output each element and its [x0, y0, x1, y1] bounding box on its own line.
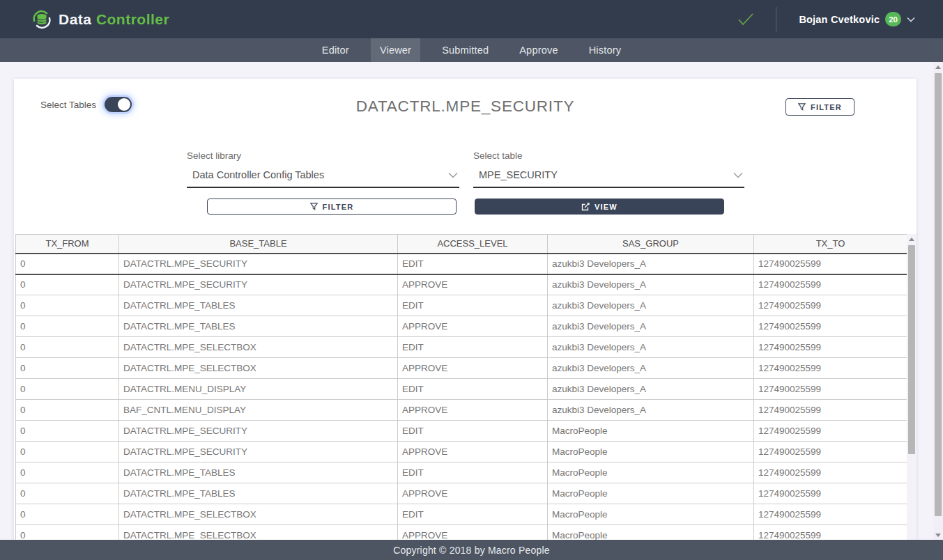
grid-cell[interactable]: MacroPeople: [548, 462, 754, 483]
scroll-up-icon[interactable]: [907, 234, 917, 244]
grid-cell[interactable]: EDIT: [398, 421, 548, 442]
grid-cell[interactable]: APPROVE: [398, 483, 548, 504]
grid-cell[interactable]: DATACTRL.MPE_SELECTBOX: [119, 337, 398, 358]
filter-button[interactable]: FILTER: [207, 199, 457, 215]
grid-cell[interactable]: 0: [16, 483, 119, 504]
page-scrollbar[interactable]: [933, 62, 943, 540]
grid-cell[interactable]: 127490025599: [754, 483, 907, 504]
grid-cell[interactable]: 0: [16, 379, 119, 400]
grid-cell[interactable]: 127490025599: [754, 316, 907, 337]
grid-cell[interactable]: DATACTRL.MPE_TABLES: [119, 316, 398, 337]
grid-cell[interactable]: azukbi3 Developers_A: [548, 316, 754, 337]
grid-cell[interactable]: APPROVE: [398, 442, 548, 462]
grid-cell[interactable]: azukbi3 Developers_A: [548, 379, 754, 400]
status-check-icon: [737, 12, 755, 27]
grid-cell[interactable]: DATACTRL.MPE_TABLES: [119, 483, 398, 504]
grid-cell[interactable]: 127490025599: [754, 525, 907, 540]
tab-history[interactable]: History: [580, 38, 631, 62]
filter-button-top[interactable]: FILTER: [785, 98, 854, 116]
grid-cell[interactable]: MacroPeople: [548, 421, 754, 442]
grid-cell[interactable]: 127490025599: [754, 337, 907, 358]
grid-scrollbar-thumb[interactable]: [908, 245, 915, 454]
library-select-value: Data Controller Config Tables: [192, 169, 324, 180]
grid-cell[interactable]: 0: [16, 421, 119, 442]
grid-cell[interactable]: 0: [16, 358, 119, 379]
grid-cell[interactable]: 0: [16, 295, 119, 316]
user-badge: 20: [885, 12, 901, 26]
col-header-sas-group[interactable]: SAS_GROUP: [548, 235, 754, 254]
grid-cell[interactable]: DATACTRL.MPE_SELECTBOX: [119, 504, 398, 525]
grid-cell[interactable]: APPROVE: [398, 274, 548, 295]
grid-cell[interactable]: MacroPeople: [548, 483, 754, 504]
grid-cell[interactable]: EDIT: [398, 504, 548, 525]
grid-cell[interactable]: 127490025599: [754, 462, 907, 483]
grid-cell[interactable]: 127490025599: [754, 254, 907, 274]
grid-cell[interactable]: APPROVE: [398, 400, 548, 421]
grid-cell[interactable]: azukbi3 Developers_A: [548, 337, 754, 358]
grid-cell[interactable]: EDIT: [398, 254, 548, 274]
grid-cell[interactable]: DATACTRL.MPE_SELECTBOX: [119, 358, 398, 379]
grid-cell[interactable]: DATACTRL.MPE_TABLES: [119, 295, 398, 316]
grid-cell[interactable]: azukbi3 Developers_A: [548, 254, 754, 274]
grid-cell[interactable]: APPROVE: [398, 358, 548, 379]
col-header-base-table[interactable]: BASE_TABLE: [119, 235, 398, 254]
table-row: 0DATACTRL.MPE_SECURITYEDITazukbi3 Develo…: [16, 254, 907, 274]
grid-cell[interactable]: BAF_CNTL.MENU_DISPLAY: [119, 400, 398, 421]
grid-cell[interactable]: azukbi3 Developers_A: [548, 274, 754, 295]
grid-cell[interactable]: 127490025599: [754, 421, 907, 442]
grid-cell[interactable]: 127490025599: [754, 358, 907, 379]
page-scrollbar-thumb[interactable]: [935, 73, 942, 516]
grid-cell[interactable]: APPROVE: [398, 316, 548, 337]
grid-scrollbar[interactable]: [907, 234, 917, 540]
tab-viewer[interactable]: Viewer: [371, 38, 420, 62]
grid-cell[interactable]: azukbi3 Developers_A: [548, 358, 754, 379]
grid-cell[interactable]: 127490025599: [754, 400, 907, 421]
grid-cell[interactable]: 127490025599: [754, 442, 907, 462]
col-header-tx-from[interactable]: TX_FROM: [16, 235, 119, 254]
view-button[interactable]: VIEW: [475, 199, 724, 215]
col-header-access-level[interactable]: ACCESS_LEVEL: [398, 235, 548, 254]
grid-cell[interactable]: 0: [16, 337, 119, 358]
grid-cell[interactable]: DATACTRL.MPE_TABLES: [119, 462, 398, 483]
grid-cell[interactable]: 0: [16, 442, 119, 462]
grid-cell[interactable]: DATACTRL.MPE_SELECTBOX: [119, 525, 398, 540]
grid-cell[interactable]: DATACTRL.MENU_DISPLAY: [119, 379, 398, 400]
scroll-down-icon[interactable]: [933, 530, 943, 540]
grid-cell[interactable]: 0: [16, 274, 119, 295]
grid-cell[interactable]: APPROVE: [398, 525, 548, 540]
grid-cell[interactable]: 0: [16, 316, 119, 337]
tab-submitted[interactable]: Submitted: [433, 38, 498, 62]
grid-cell[interactable]: EDIT: [398, 337, 548, 358]
grid-cell[interactable]: 127490025599: [754, 504, 907, 525]
library-select[interactable]: Data Controller Config Tables: [187, 167, 459, 188]
grid-cell[interactable]: 0: [16, 525, 119, 540]
grid-cell[interactable]: EDIT: [398, 379, 548, 400]
grid-cell[interactable]: EDIT: [398, 295, 548, 316]
table-row: 0DATACTRL.MPE_TABLESEDITazukbi3 Develope…: [16, 295, 907, 316]
grid-cell[interactable]: 0: [16, 504, 119, 525]
grid-cell[interactable]: MacroPeople: [548, 442, 754, 462]
grid-cell[interactable]: azukbi3 Developers_A: [548, 400, 754, 421]
grid-cell[interactable]: azukbi3 Developers_A: [548, 295, 754, 316]
grid-cell[interactable]: MacroPeople: [548, 525, 754, 540]
scroll-up-icon[interactable]: [933, 62, 943, 72]
grid-cell[interactable]: 127490025599: [754, 295, 907, 316]
grid-cell[interactable]: 127490025599: [754, 379, 907, 400]
tab-approve[interactable]: Approve: [510, 38, 567, 62]
grid-cell[interactable]: EDIT: [398, 462, 548, 483]
grid-cell[interactable]: DATACTRL.MPE_SECURITY: [119, 254, 398, 274]
view-edit-icon: [581, 203, 590, 211]
table-select[interactable]: MPE_SECURITY: [473, 167, 744, 188]
app-logo[interactable]: Data Controller: [31, 9, 169, 30]
grid-cell[interactable]: 0: [16, 462, 119, 483]
grid-cell[interactable]: 127490025599: [754, 274, 907, 295]
tab-editor[interactable]: Editor: [313, 38, 358, 62]
grid-cell[interactable]: DATACTRL.MPE_SECURITY: [119, 274, 398, 295]
grid-cell[interactable]: 0: [16, 254, 119, 274]
grid-cell[interactable]: 0: [16, 400, 119, 421]
col-header-tx-to[interactable]: TX_TO: [754, 235, 907, 254]
grid-cell[interactable]: DATACTRL.MPE_SECURITY: [119, 421, 398, 442]
grid-cell[interactable]: MacroPeople: [548, 504, 754, 525]
grid-cell[interactable]: DATACTRL.MPE_SECURITY: [119, 442, 398, 462]
user-menu[interactable]: Bojan Cvetkovic 20: [799, 12, 915, 26]
